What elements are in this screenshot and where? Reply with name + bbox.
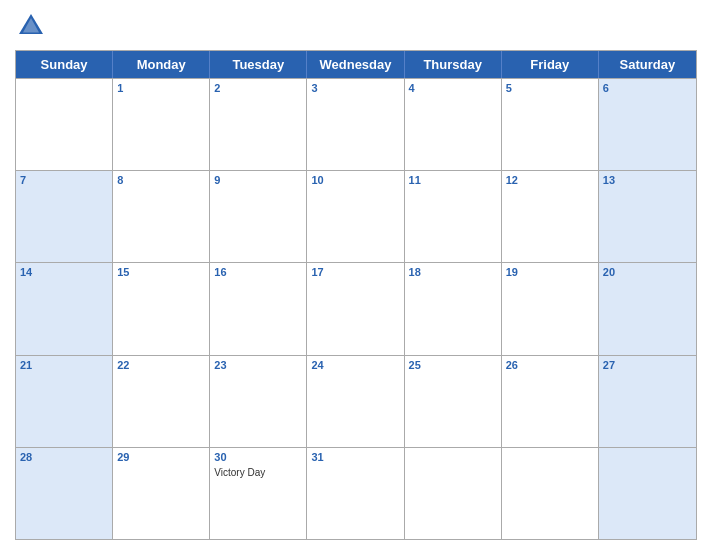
page: SundayMondayTuesdayWednesdayThursdayFrid… <box>0 0 712 550</box>
week-row: 21222324252627 <box>16 355 696 447</box>
day-cell: 7 <box>16 171 113 262</box>
day-cell: 29 <box>113 448 210 539</box>
day-number: 3 <box>311 82 399 94</box>
day-number: 17 <box>311 266 399 278</box>
day-number: 11 <box>409 174 497 186</box>
day-cell: 9 <box>210 171 307 262</box>
day-number: 31 <box>311 451 399 463</box>
day-of-week-header: Sunday <box>16 51 113 78</box>
day-cell: 4 <box>405 79 502 170</box>
day-number: 12 <box>506 174 594 186</box>
day-number: 4 <box>409 82 497 94</box>
day-of-week-header: Thursday <box>405 51 502 78</box>
day-number: 15 <box>117 266 205 278</box>
day-number: 24 <box>311 359 399 371</box>
day-number: 13 <box>603 174 692 186</box>
day-cell: 30Victory Day <box>210 448 307 539</box>
week-row: 123456 <box>16 78 696 170</box>
day-number: 9 <box>214 174 302 186</box>
calendar-body: 1234567891011121314151617181920212223242… <box>16 78 696 539</box>
day-cell: 12 <box>502 171 599 262</box>
day-cell: 25 <box>405 356 502 447</box>
day-cell: 31 <box>307 448 404 539</box>
day-number: 10 <box>311 174 399 186</box>
day-cell: 15 <box>113 263 210 354</box>
calendar-header-section <box>15 10 697 42</box>
day-of-week-header: Wednesday <box>307 51 404 78</box>
day-number: 7 <box>20 174 108 186</box>
day-number: 21 <box>20 359 108 371</box>
day-cell: 26 <box>502 356 599 447</box>
day-number: 18 <box>409 266 497 278</box>
day-cell: 23 <box>210 356 307 447</box>
day-cell: 22 <box>113 356 210 447</box>
day-cell <box>502 448 599 539</box>
day-number: 25 <box>409 359 497 371</box>
day-number: 20 <box>603 266 692 278</box>
day-number: 22 <box>117 359 205 371</box>
day-number: 6 <box>603 82 692 94</box>
day-cell <box>405 448 502 539</box>
day-cell: 16 <box>210 263 307 354</box>
day-cell: 13 <box>599 171 696 262</box>
day-number: 19 <box>506 266 594 278</box>
calendar: SundayMondayTuesdayWednesdayThursdayFrid… <box>15 50 697 540</box>
day-cell: 5 <box>502 79 599 170</box>
day-cell: 11 <box>405 171 502 262</box>
week-row: 78910111213 <box>16 170 696 262</box>
day-number: 27 <box>603 359 692 371</box>
day-number: 2 <box>214 82 302 94</box>
day-of-week-header: Monday <box>113 51 210 78</box>
day-cell: 6 <box>599 79 696 170</box>
day-cell: 27 <box>599 356 696 447</box>
day-cell: 24 <box>307 356 404 447</box>
event-label: Victory Day <box>214 467 302 478</box>
day-cell <box>599 448 696 539</box>
days-of-week-header: SundayMondayTuesdayWednesdayThursdayFrid… <box>16 51 696 78</box>
day-cell: 20 <box>599 263 696 354</box>
day-number: 16 <box>214 266 302 278</box>
day-cell: 21 <box>16 356 113 447</box>
day-number: 23 <box>214 359 302 371</box>
week-row: 282930Victory Day31 <box>16 447 696 539</box>
day-cell: 2 <box>210 79 307 170</box>
day-number: 26 <box>506 359 594 371</box>
day-number: 14 <box>20 266 108 278</box>
logo <box>15 10 51 42</box>
day-number: 8 <box>117 174 205 186</box>
week-row: 14151617181920 <box>16 262 696 354</box>
day-number: 29 <box>117 451 205 463</box>
day-cell: 14 <box>16 263 113 354</box>
day-cell: 17 <box>307 263 404 354</box>
day-cell: 8 <box>113 171 210 262</box>
day-number: 1 <box>117 82 205 94</box>
day-cell: 1 <box>113 79 210 170</box>
day-of-week-header: Friday <box>502 51 599 78</box>
day-number: 5 <box>506 82 594 94</box>
day-number: 30 <box>214 451 302 463</box>
logo-icon <box>15 10 47 42</box>
day-of-week-header: Saturday <box>599 51 696 78</box>
day-cell <box>16 79 113 170</box>
day-cell: 10 <box>307 171 404 262</box>
day-cell: 18 <box>405 263 502 354</box>
day-cell: 3 <box>307 79 404 170</box>
day-number: 28 <box>20 451 108 463</box>
day-cell: 19 <box>502 263 599 354</box>
day-of-week-header: Tuesday <box>210 51 307 78</box>
day-cell: 28 <box>16 448 113 539</box>
